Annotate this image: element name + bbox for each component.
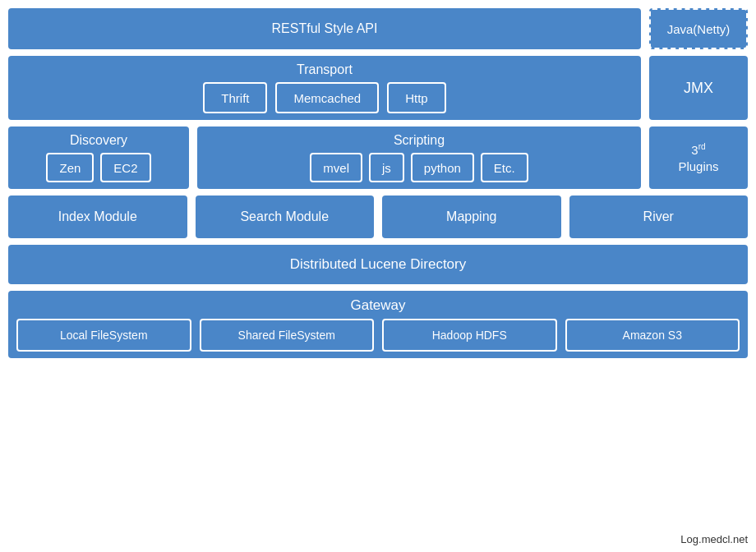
row-gateway: Gateway Local FileSystem Shared FileSyst… xyxy=(8,291,748,358)
transport-memcached: Memcached xyxy=(275,82,379,113)
gateway-block: Gateway Local FileSystem Shared FileSyst… xyxy=(8,291,748,358)
restful-api-label: RESTful Style API xyxy=(272,21,378,36)
lucene-box: Distributed Lucene Directory xyxy=(8,245,748,284)
row-discovery-scripting: Discovery Zen EC2 Scripting mvel js pyth… xyxy=(8,126,748,189)
river-label: River xyxy=(643,209,674,224)
gateway-hadoop: Hadoop HDFS xyxy=(382,319,557,352)
discovery-title: Discovery xyxy=(16,133,181,148)
transport-thrift: Thrift xyxy=(203,82,267,113)
gateway-title: Gateway xyxy=(16,297,740,314)
scripting-etc: Etc. xyxy=(481,153,528,182)
scripting-items: mvel js python Etc. xyxy=(205,153,633,182)
scripting-python: python xyxy=(411,153,474,182)
mapping-label: Mapping xyxy=(446,209,496,224)
jmx-box: JMX xyxy=(649,56,748,120)
gateway-amazon: Amazon S3 xyxy=(565,319,740,352)
row-restful: RESTful Style API Java(Netty) xyxy=(8,8,748,49)
index-module-box: Index Module xyxy=(8,196,187,238)
search-module-box: Search Module xyxy=(196,196,375,238)
discovery-zen: Zen xyxy=(46,153,94,182)
transport-title: Transport xyxy=(16,62,633,77)
jmx-label: JMX xyxy=(684,80,713,97)
scripting-js: js xyxy=(369,153,404,182)
transport-http: Http xyxy=(387,82,446,113)
transport-block: Transport Thrift Memcached Http xyxy=(8,56,641,120)
row-transport: Transport Thrift Memcached Http JMX xyxy=(8,56,748,120)
search-module-label: Search Module xyxy=(240,209,329,224)
watermark: Log.medcl.net xyxy=(680,533,748,545)
row-modules: Index Module Search Module Mapping River xyxy=(8,196,748,238)
plugins-label: 3rdPlugins xyxy=(678,141,718,174)
transport-items: Thrift Memcached Http xyxy=(16,82,633,113)
restful-api-box: RESTful Style API xyxy=(8,8,641,49)
discovery-items: Zen EC2 xyxy=(16,153,181,182)
scripting-mvel: mvel xyxy=(310,153,362,182)
mapping-box: Mapping xyxy=(382,196,561,238)
discovery-block: Discovery Zen EC2 xyxy=(8,126,189,189)
discovery-ec2: EC2 xyxy=(100,153,150,182)
scripting-block: Scripting mvel js python Etc. xyxy=(197,126,641,189)
plugins-box: 3rdPlugins xyxy=(649,126,748,189)
java-netty-box: Java(Netty) xyxy=(649,8,748,49)
river-box: River xyxy=(569,196,749,238)
index-module-label: Index Module xyxy=(58,209,137,224)
lucene-label: Distributed Lucene Directory xyxy=(290,256,466,273)
gateway-shared-fs: Shared FileSystem xyxy=(200,319,375,352)
gateway-local-fs: Local FileSystem xyxy=(16,319,191,352)
gateway-items: Local FileSystem Shared FileSystem Hadoo… xyxy=(16,319,740,352)
java-netty-label: Java(Netty) xyxy=(667,22,731,36)
scripting-title: Scripting xyxy=(205,133,633,148)
row-lucene: Distributed Lucene Directory xyxy=(8,245,748,284)
